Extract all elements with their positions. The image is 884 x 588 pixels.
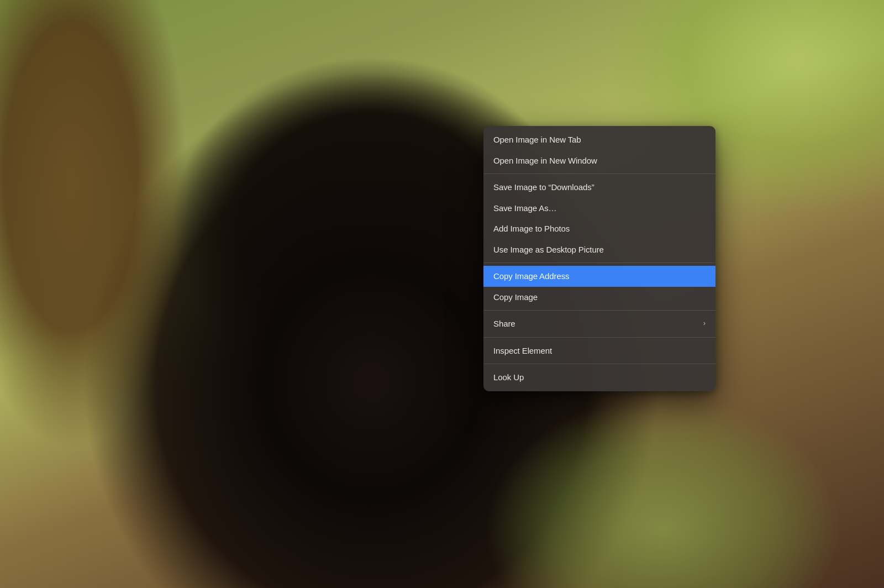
menu-item-save-downloads[interactable]: Save Image to “Downloads”: [483, 177, 715, 198]
divider-2: [483, 262, 715, 263]
divider-5: [483, 364, 715, 364]
divider-3: [483, 310, 715, 311]
menu-item-share[interactable]: Share ›: [483, 313, 715, 334]
share-submenu-icon: ›: [703, 319, 706, 328]
menu-item-add-photos[interactable]: Add Image to Photos: [483, 218, 715, 239]
divider-1: [483, 174, 715, 174]
divider-4: [483, 337, 715, 338]
background-image: [0, 0, 884, 588]
menu-item-save-as[interactable]: Save Image As…: [483, 198, 715, 219]
context-menu: Open Image in New Tab Open Image in New …: [483, 126, 715, 391]
menu-item-desktop-picture[interactable]: Use Image as Desktop Picture: [483, 239, 715, 260]
menu-item-open-new-window[interactable]: Open Image in New Window: [483, 150, 715, 171]
menu-item-copy-image[interactable]: Copy Image: [483, 287, 715, 308]
menu-item-lookup[interactable]: Look Up: [483, 367, 715, 388]
menu-item-copy-address[interactable]: Copy Image Address: [483, 266, 715, 287]
menu-item-inspect[interactable]: Inspect Element: [483, 340, 715, 361]
menu-item-open-new-tab[interactable]: Open Image in New Tab: [483, 129, 715, 150]
